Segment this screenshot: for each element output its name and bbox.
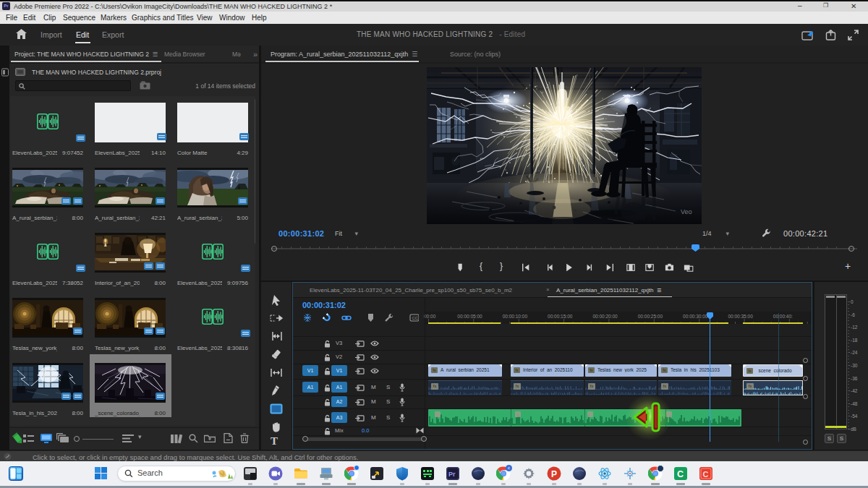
svg-text:C: C xyxy=(703,470,709,479)
svg-text:Pr: Pr xyxy=(448,471,456,478)
svg-text:C: C xyxy=(677,469,684,479)
svg-text:P: P xyxy=(551,469,557,479)
svg-text:Veo: Veo xyxy=(681,208,692,215)
